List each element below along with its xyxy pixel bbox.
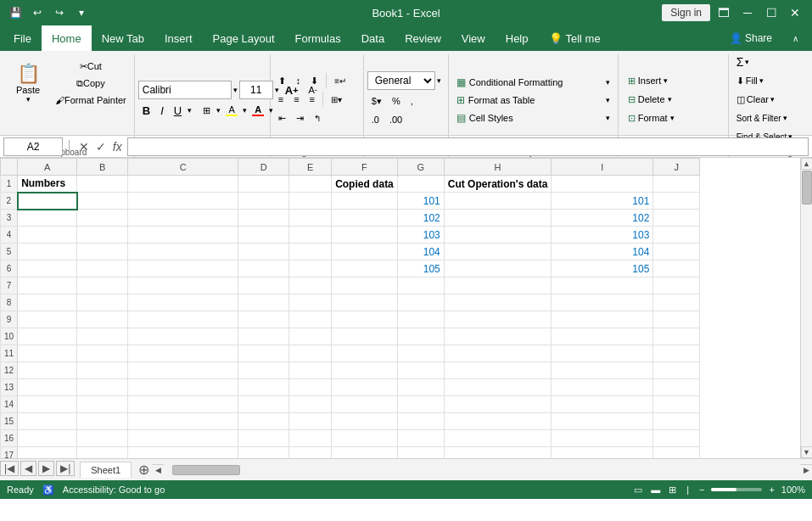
table-cell[interactable]: [128, 277, 238, 294]
table-cell[interactable]: [77, 244, 128, 260]
sheet-last-button[interactable]: ▶|: [56, 461, 75, 476]
conditional-formatting-button[interactable]: ▦ Conditional Formatting ▾: [452, 75, 614, 90]
table-cell[interactable]: [77, 176, 128, 193]
table-cell[interactable]: [444, 396, 552, 413]
table-cell[interactable]: [653, 227, 700, 244]
table-cell[interactable]: [77, 294, 128, 311]
table-cell[interactable]: [444, 311, 552, 328]
vertical-scrollbar[interactable]: ▲ ▼: [800, 158, 812, 458]
table-cell[interactable]: [18, 430, 77, 447]
table-cell[interactable]: [653, 379, 700, 396]
table-cell[interactable]: Numbers: [18, 176, 77, 193]
table-cell[interactable]: [289, 328, 332, 345]
menu-review[interactable]: Review: [395, 25, 451, 51]
formula-input[interactable]: [127, 137, 809, 156]
table-cell[interactable]: [444, 244, 552, 260]
table-cell[interactable]: [444, 379, 552, 396]
table-cell[interactable]: [332, 328, 398, 345]
table-cell[interactable]: [128, 227, 238, 244]
table-cell[interactable]: [18, 244, 77, 260]
insert-cells-button[interactable]: ⊞ Insert ▾: [622, 73, 675, 88]
table-cell[interactable]: [238, 260, 289, 277]
format-cells-button[interactable]: ⊡ Format ▾: [622, 110, 680, 126]
table-cell[interactable]: [289, 294, 332, 311]
table-cell[interactable]: [128, 362, 238, 379]
table-cell[interactable]: [77, 345, 128, 362]
table-cell[interactable]: [653, 311, 700, 328]
cell-styles-dropdown[interactable]: ▾: [606, 114, 610, 122]
table-cell[interactable]: [128, 430, 238, 447]
sheet-tab-sheet1[interactable]: Sheet1: [80, 462, 132, 478]
table-cell[interactable]: [332, 362, 398, 379]
add-sheet-button[interactable]: ⊕: [135, 462, 152, 479]
tell-me-box[interactable]: 💡 Tell me: [539, 25, 611, 51]
align-center-button[interactable]: ≡: [289, 92, 303, 107]
table-cell[interactable]: [444, 430, 552, 447]
table-cell[interactable]: [332, 294, 398, 311]
table-cell[interactable]: [128, 447, 238, 459]
table-cell[interactable]: [397, 311, 444, 328]
autosum-button[interactable]: Σ ▾: [732, 54, 754, 70]
col-header-j[interactable]: J: [653, 159, 700, 176]
table-cell[interactable]: [444, 260, 552, 277]
table-cell[interactable]: [653, 260, 700, 277]
format-as-table-button[interactable]: ⊞ Format as Table ▾: [452, 92, 614, 108]
table-cell[interactable]: [238, 447, 289, 459]
comma-button[interactable]: ,: [406, 93, 417, 109]
table-cell[interactable]: [653, 294, 700, 311]
menu-formulas[interactable]: Formulas: [285, 25, 351, 51]
table-cell[interactable]: [397, 396, 444, 413]
menu-help[interactable]: Help: [496, 25, 539, 51]
table-cell[interactable]: [332, 413, 398, 430]
table-cell[interactable]: [77, 210, 128, 227]
increase-decimal-button[interactable]: .00: [385, 112, 406, 127]
table-cell[interactable]: [77, 227, 128, 244]
table-cell[interactable]: [332, 430, 398, 447]
table-cell[interactable]: 101: [397, 193, 444, 210]
table-cell[interactable]: [289, 345, 332, 362]
align-left-button[interactable]: ≡: [274, 92, 288, 107]
table-cell[interactable]: [128, 193, 238, 210]
table-cell[interactable]: [238, 277, 289, 294]
table-cell[interactable]: [77, 277, 128, 294]
table-cell[interactable]: [332, 260, 398, 277]
table-cell[interactable]: [332, 244, 398, 260]
font-size-input[interactable]: [239, 81, 273, 99]
table-cell[interactable]: [238, 362, 289, 379]
table-cell[interactable]: [77, 328, 128, 345]
table-cell[interactable]: [397, 277, 444, 294]
maximize-button[interactable]: ☐: [761, 3, 781, 23]
fill-button[interactable]: ⬇ Fill ▾: [732, 73, 768, 88]
number-format-select[interactable]: General Number Currency Percentage: [367, 71, 435, 90]
col-header-d[interactable]: D: [238, 159, 289, 176]
border-button[interactable]: ⊞: [199, 103, 215, 118]
table-cell[interactable]: [653, 413, 700, 430]
table-cell[interactable]: [289, 227, 332, 244]
scroll-thumb[interactable]: [802, 171, 812, 204]
table-cell[interactable]: [552, 294, 653, 311]
currency-button[interactable]: $▾: [367, 93, 386, 109]
bold-button[interactable]: B: [138, 103, 154, 118]
table-cell[interactable]: [552, 379, 653, 396]
table-cell[interactable]: 102: [552, 210, 653, 227]
page-layout-button[interactable]: ▬: [649, 485, 662, 495]
table-cell[interactable]: [552, 311, 653, 328]
cell-styles-button[interactable]: ▤ Cell Styles ▾: [452, 110, 614, 126]
table-cell[interactable]: [653, 362, 700, 379]
sheet-prev-button[interactable]: ◀: [20, 461, 36, 476]
menu-share[interactable]: 👤 Share: [720, 25, 782, 51]
sort-filter-button[interactable]: Sort & Filter ▾: [732, 110, 792, 126]
menu-page-layout[interactable]: Page Layout: [203, 25, 285, 51]
table-cell[interactable]: [128, 311, 238, 328]
table-cell[interactable]: [238, 311, 289, 328]
table-cell[interactable]: [444, 413, 552, 430]
table-cell[interactable]: [238, 210, 289, 227]
scroll-right-button[interactable]: ▶: [800, 464, 812, 476]
page-break-button[interactable]: ⊞: [667, 485, 678, 496]
decrease-decimal-button[interactable]: .0: [367, 112, 384, 127]
scroll-left-button[interactable]: ◀: [152, 464, 164, 476]
indent-increase-button[interactable]: ⇥: [292, 110, 308, 126]
wrap-text-button[interactable]: ≡↵: [330, 73, 350, 88]
table-cell[interactable]: [289, 244, 332, 260]
table-cell[interactable]: 101: [552, 193, 653, 210]
